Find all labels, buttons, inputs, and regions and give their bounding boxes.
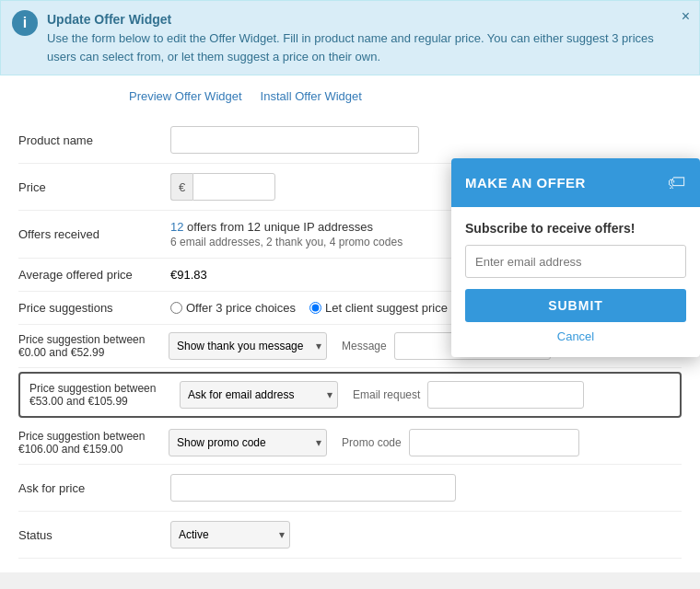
price-row-3-promo-label: Promo code [342, 436, 402, 449]
product-name-row: Product name Equipment Rental Script [18, 117, 682, 164]
radio-option2-label[interactable]: Let client suggest price [309, 301, 448, 315]
popup-submit-button[interactable]: SUBMIT [465, 289, 686, 322]
price-row-2-email-input[interactable]: Subscribe to receive offers! [427, 381, 584, 409]
price-suggestions-radio-group: Offer 3 price choices Let client suggest… [170, 301, 448, 315]
ask-for-price-label: Ask for price [18, 481, 161, 495]
banner-description: Use the form below to edit the Offer Wid… [47, 29, 671, 65]
links-row: Preview Offer Widget Install Offer Widge… [18, 89, 682, 103]
avg-price-value: €91.83 [170, 268, 207, 282]
price-row-3-label: Price suggestion between €106.00 and €15… [18, 430, 161, 456]
price-row-2-email-label: Email request [353, 388, 420, 401]
radio-option2-text: Let client suggest price [325, 301, 448, 315]
install-link[interactable]: Install Offer Widget [261, 89, 362, 103]
price-row-3-promo-input[interactable]: Use promo code ABCD to purcha [409, 429, 579, 456]
price-input-group: € 159.00 [170, 173, 275, 201]
price-suggestion-row-2: Price suggestion between €53.00 and €105… [18, 372, 682, 418]
radio-option2[interactable] [309, 302, 321, 314]
status-select[interactable]: Active Inactive [170, 521, 290, 549]
offers-received-label: Offers received [18, 227, 161, 241]
offers-count-line: 12 offers from 12 unique IP addresses [170, 220, 402, 234]
price-row-1-msg-label: Message [342, 340, 387, 352]
price-row-2-label: Price suggestion between €53.00 and €105… [29, 382, 172, 408]
status-row: Status Active Inactive [18, 512, 682, 559]
ask-for-price-input[interactable]: Enter price you are willing to pay for t… [170, 474, 456, 502]
info-banner: i Update Offer Widget Use the form below… [0, 0, 700, 75]
close-banner-button[interactable]: × [682, 8, 690, 25]
status-select-wrapper: Active Inactive [170, 521, 290, 549]
price-row-2-select-wrapper: Show thank you message Ask for email add… [180, 381, 338, 409]
radio-option1[interactable] [170, 302, 182, 314]
product-name-label: Product name [18, 133, 161, 147]
popup-email-input[interactable] [465, 245, 686, 278]
popup-body: Subscribe to receive offers! SUBMIT Canc… [451, 207, 700, 357]
popup-header: MAKE AN OFFER 🏷 [451, 158, 700, 207]
price-suggestion-row-3: Price suggestion between €106.00 and €15… [18, 422, 682, 465]
info-text: Update Offer Widget Use the form below t… [47, 10, 671, 65]
price-row-2-select[interactable]: Show thank you message Ask for email add… [180, 381, 338, 409]
price-suggestions-label: Price suggestions [18, 301, 161, 315]
price-row-1-label: Price suggestion between €0.00 and €52.9… [18, 333, 161, 359]
popup-header-title: MAKE AN OFFER [465, 175, 586, 191]
ask-for-price-row: Ask for price Enter price you are willin… [18, 465, 682, 512]
product-name-input[interactable]: Equipment Rental Script [170, 126, 419, 154]
radio-option1-text: Offer 3 price choices [186, 301, 296, 315]
popup-header-icon: 🏷 [668, 172, 686, 193]
currency-symbol: € [170, 173, 192, 201]
price-row-1-select[interactable]: Show thank you message Ask for email add… [169, 332, 327, 360]
offers-subtext: 6 email addresses, 2 thank you, 4 promo … [170, 236, 402, 248]
radio-option1-label[interactable]: Offer 3 price choices [170, 301, 296, 315]
price-row-3-select-wrapper: Show thank you message Ask for email add… [169, 429, 327, 456]
popup-subscribe-text: Subscribe to receive offers! [465, 221, 686, 236]
price-label: Price [18, 180, 161, 194]
price-row-3-select[interactable]: Show thank you message Ask for email add… [169, 429, 327, 456]
offers-info: 12 offers from 12 unique IP addresses 6 … [170, 220, 402, 248]
offers-count-link[interactable]: 12 [170, 220, 183, 234]
info-icon: i [12, 10, 38, 36]
preview-link[interactable]: Preview Offer Widget [129, 89, 242, 103]
make-an-offer-popup: MAKE AN OFFER 🏷 Subscribe to receive off… [451, 158, 700, 357]
price-row-1-select-wrapper: Show thank you message Ask for email add… [169, 332, 327, 360]
popup-cancel-link[interactable]: Cancel [465, 329, 686, 343]
price-input[interactable]: 159.00 [192, 173, 275, 201]
banner-title: Update Offer Widget [47, 10, 671, 29]
main-content: Preview Offer Widget Install Offer Widge… [0, 75, 700, 572]
status-label: Status [18, 528, 161, 542]
offers-text: offers from 12 unique IP addresses [183, 220, 372, 234]
avg-price-label: Average offered price [18, 268, 161, 282]
